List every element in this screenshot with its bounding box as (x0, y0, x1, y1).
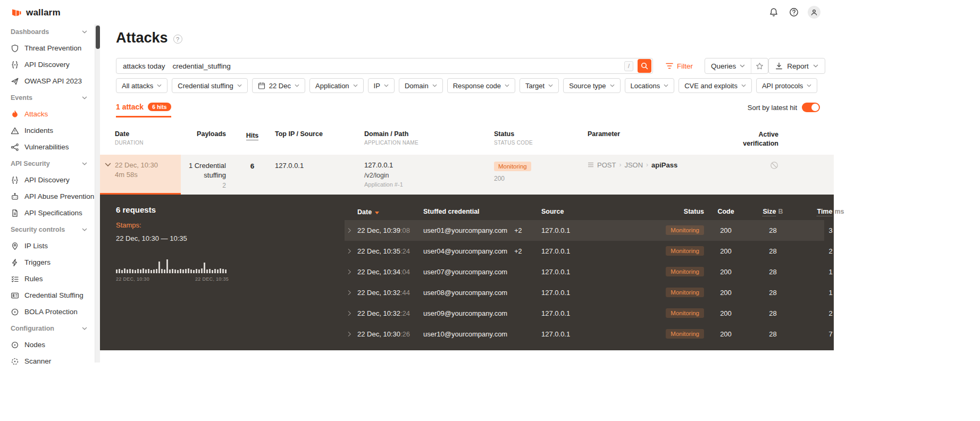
braces-icon (11, 61, 19, 69)
status-badge: Monitoring (666, 246, 704, 256)
notifications-button[interactable] (767, 6, 780, 19)
chevron-down-icon (105, 163, 115, 167)
sidebar-item-ip-lists[interactable]: IP Lists (0, 238, 95, 254)
sidebar-item-api-discovery[interactable]: API Discovery (0, 56, 95, 73)
help-button[interactable] (788, 6, 800, 19)
chip-all-attacks[interactable]: All attacks (116, 78, 167, 93)
pin-icon (11, 242, 19, 250)
attack-status-cell: Monitoring 200 (494, 155, 588, 195)
collapse-row-button[interactable] (100, 155, 115, 195)
request-row[interactable]: 22 Dec, 10:39:08 user01@yourcompany.com+… (345, 220, 824, 241)
chip-source-type[interactable]: Source type (563, 78, 620, 93)
sort-toggle[interactable] (802, 103, 820, 112)
page-help-icon[interactable]: ? (173, 35, 182, 44)
favorite-query-button[interactable] (751, 58, 768, 73)
chevron-down-icon (237, 84, 242, 87)
sidebar-scrollbar-thumb[interactable] (96, 26, 100, 49)
attack-domain-cell: 127.0.0.1 /v2/login Application #-1 (364, 155, 494, 195)
chip-locations[interactable]: Locations (625, 78, 675, 93)
report-button[interactable]: Report (768, 58, 825, 74)
wallarm-logo[interactable]: wallarm (0, 0, 95, 23)
sidebar-item-incidents[interactable]: Incidents (0, 122, 95, 139)
request-time: 2 (798, 247, 863, 255)
sidebar-item-vulnerabilities[interactable]: Vulnerabilities (0, 139, 95, 155)
sidebar-item-triggers[interactable]: Triggers (0, 254, 95, 271)
request-date: 22 Dec, 10:32:24 (357, 309, 423, 317)
filter-button[interactable]: Filter (666, 62, 693, 70)
chip-attack-type[interactable]: Credential stuffing (172, 78, 248, 93)
sidebar-item-nodes[interactable]: Nodes (0, 336, 95, 353)
search-toolbar: attacks today credential_stuffing / Filt… (116, 58, 823, 74)
request-credential: user10@yourcompany.com (423, 330, 541, 338)
request-row[interactable]: 22 Dec, 10:34:04 user07@yourcompany.com … (345, 262, 824, 282)
search-submit-button[interactable] (638, 59, 651, 73)
status-badge: Monitoring (666, 267, 704, 276)
brand-name: wallarm (26, 7, 61, 18)
request-row[interactable]: 22 Dec, 10:32:24 user09@yourcompany.com … (345, 303, 824, 324)
sidebar-section-security-controls[interactable]: Security controls (0, 221, 95, 238)
sidebar-section-dashboards[interactable]: Dashboards (0, 23, 95, 40)
chevron-right-icon (345, 331, 357, 337)
help-icon (789, 7, 799, 17)
request-time: 3 (798, 226, 863, 234)
request-status: Monitoring (637, 225, 704, 235)
size-unit-toggle[interactable]: SizeB (748, 208, 798, 215)
results-tab[interactable]: 1 attack 6 hits (116, 103, 171, 117)
user-icon (808, 6, 820, 19)
sidebar-item-credential-stuffing[interactable]: Credential Stuffing (0, 287, 95, 304)
chip-api-protocols[interactable]: API protocols (756, 78, 817, 93)
request-row[interactable]: 22 Dec, 10:32:44 user08@yourcompany.com … (345, 282, 824, 303)
chevron-separator: › (646, 161, 648, 169)
request-row[interactable]: 22 Dec, 10:35:24 user04@yourcompany.com+… (345, 241, 824, 262)
sidebar-item-api-specifications[interactable]: API Specifications (0, 205, 95, 221)
user-menu-button[interactable] (808, 6, 820, 19)
chip-cve-and-exploits[interactable]: CVE and exploits (679, 78, 752, 93)
search-input[interactable]: attacks today credential_stuffing / (116, 58, 653, 74)
attack-row[interactable]: 22 Dec, 10:30 4m 58s 1 Credential stuffi… (100, 155, 834, 195)
robot-icon (11, 192, 19, 201)
chip-application[interactable]: Application (309, 78, 364, 93)
sidebar-item-attacks[interactable]: Attacks (0, 106, 95, 122)
time-unit-toggle[interactable]: Timems (798, 208, 863, 215)
wallarm-mark-icon (11, 7, 22, 19)
request-row[interactable]: 22 Dec, 10:30:26 user10@yourcompany.com … (345, 324, 824, 344)
request-status: Monitoring (637, 267, 704, 276)
attack-payloads-cell: 1 Credential stuffing 2 (181, 155, 230, 195)
chip-ip[interactable]: IP (368, 78, 395, 93)
sidebar-item-owasp-api-2023[interactable]: OWASP API 2023 (0, 73, 95, 89)
chevron-down-icon (157, 84, 162, 87)
chip-date[interactable]: 22 Dec (252, 78, 305, 93)
chevron-down-icon (353, 84, 358, 87)
request-size: 28 (748, 309, 798, 317)
request-time: 1 (798, 268, 863, 276)
sidebar-item-api-discovery-2[interactable]: API Discovery (0, 172, 95, 188)
sidebar-section-api-security[interactable]: API Security (0, 155, 95, 172)
request-code: 200 (704, 309, 748, 317)
sort-by-date[interactable]: Date (357, 208, 379, 216)
sidebar: wallarm Dashboards Threat Prevention API… (0, 0, 95, 421)
sidebar-item-threat-prevention[interactable]: Threat Prevention (0, 40, 95, 56)
sidebar-item-rules[interactable]: Rules (0, 271, 95, 287)
topbar-actions (767, 6, 820, 19)
flame-icon (11, 110, 19, 119)
status-badge: Monitoring (494, 162, 531, 171)
request-status: Monitoring (637, 329, 704, 339)
request-credential: user07@yourcompany.com (423, 268, 541, 276)
request-credential: user09@yourcompany.com (423, 309, 541, 317)
request-code: 200 (704, 330, 748, 338)
sort-by-hits[interactable]: Hits (246, 132, 259, 140)
star-icon (756, 62, 764, 70)
chip-response-code[interactable]: Response code (447, 78, 515, 93)
queries-dropdown[interactable]: Queries (705, 58, 751, 73)
keyboard-shortcut-hint: / (624, 61, 633, 71)
status-badge: Monitoring (666, 329, 704, 339)
sort-desc-icon (375, 212, 379, 214)
sidebar-item-scanner[interactable]: Scanner (0, 353, 95, 369)
chip-target[interactable]: Target (520, 78, 559, 93)
chevron-down-icon (505, 84, 509, 87)
chip-domain[interactable]: Domain (399, 78, 443, 93)
sidebar-item-api-abuse-prevention[interactable]: API Abuse Prevention (0, 188, 95, 205)
sidebar-item-bola-protection[interactable]: BOLA Protection (0, 304, 95, 320)
sidebar-section-configuration[interactable]: Configuration (0, 320, 95, 336)
sidebar-section-events[interactable]: Events (0, 89, 95, 106)
